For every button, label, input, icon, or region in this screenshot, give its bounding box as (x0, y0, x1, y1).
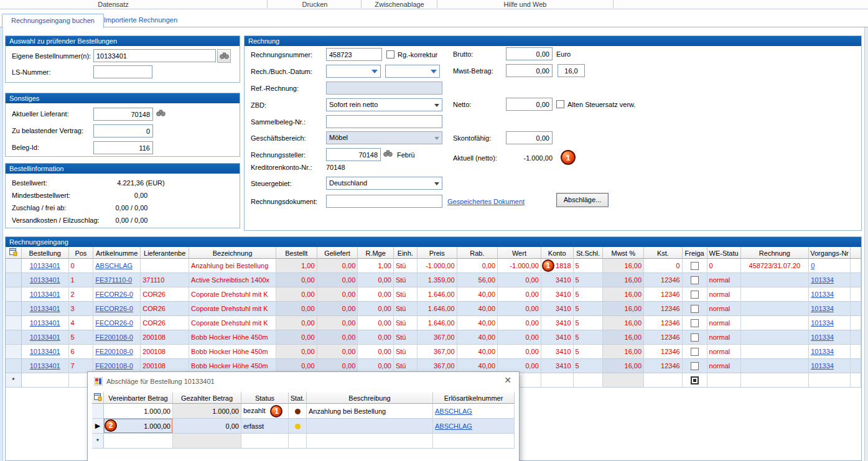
zbd-dropdown[interactable]: Sofort rein netto (326, 98, 442, 111)
column-header[interactable]: Bestellt (276, 247, 317, 259)
abschlaege-button[interactable]: Abschläge... (556, 193, 609, 207)
cell-link[interactable]: 101334 (811, 319, 834, 327)
cell-link[interactable]: 101334 (811, 348, 834, 355)
column-header[interactable]: Wert (498, 247, 541, 259)
column-header[interactable]: Bestellung (22, 247, 69, 259)
column-header[interactable]: Pos (69, 247, 94, 259)
row-selector[interactable] (6, 287, 22, 302)
column-header[interactable]: Stat. (289, 392, 307, 404)
cell-link[interactable]: 101334 (811, 362, 834, 370)
cell-link[interactable]: 101334 (811, 305, 834, 312)
vertrag-input[interactable] (93, 124, 153, 137)
cell-link[interactable]: 10133401 (30, 348, 60, 355)
ribbon-group-drucken[interactable]: Drucken (302, 1, 328, 8)
cell-link[interactable]: FE371110-0 (95, 276, 132, 284)
row-selector[interactable] (6, 273, 22, 287)
steuergebiet-dropdown[interactable]: Deutschland (326, 177, 442, 190)
column-header[interactable]: Einh. (394, 247, 418, 259)
freiga-checkbox[interactable] (691, 262, 699, 270)
column-header[interactable]: Konto (541, 247, 574, 259)
column-header[interactable]: Mwst % (603, 247, 644, 259)
row-selector[interactable] (6, 330, 22, 345)
cell-link[interactable]: FECOR26-0 (95, 305, 133, 312)
brutto-input[interactable] (506, 47, 553, 60)
cell-link[interactable]: 10133401 (30, 305, 60, 312)
freiga-checkbox[interactable] (691, 376, 699, 384)
netto-input[interactable] (506, 98, 553, 111)
rechnungssteller-input[interactable] (326, 148, 381, 161)
column-header[interactable]: Kst. (644, 247, 683, 259)
cell-link[interactable]: FE200108-0 (95, 362, 133, 370)
column-header[interactable]: Vorgangs-Nr (809, 247, 851, 259)
bestellnummer-input[interactable] (93, 49, 216, 62)
column-header[interactable]: Bezeichnung (189, 247, 276, 259)
column-header[interactable]: Rechnung (741, 247, 810, 259)
column-header[interactable]: Preis (418, 247, 457, 259)
rechnungsnummer-input[interactable] (326, 48, 382, 61)
ls-nummer-input[interactable] (93, 65, 152, 78)
cell-link[interactable]: FE200108-0 (95, 333, 133, 341)
skonto-input[interactable] (506, 131, 553, 144)
column-header[interactable]: Status (241, 392, 289, 404)
ribbon-group-datensatz[interactable]: Datensatz (98, 1, 129, 8)
column-header[interactable]: Lieferantenbe (141, 247, 189, 259)
row-selector[interactable]: * (92, 434, 104, 449)
rechnungssteller-search-button[interactable] (382, 149, 393, 161)
lieferant-search-button[interactable] (155, 109, 166, 120)
cell-link[interactable]: 10133401 (30, 362, 60, 370)
cell-link[interactable]: 10133401 (30, 319, 60, 327)
column-header[interactable]: Gezahlter Betrag (173, 392, 241, 404)
row-selector[interactable] (6, 359, 22, 373)
row-selector[interactable] (6, 345, 22, 359)
freiga-checkbox[interactable] (691, 291, 699, 299)
rechnungsdatum-dropdown[interactable] (326, 65, 381, 78)
column-header[interactable]: Vereinbarter Betrag (104, 392, 173, 404)
column-header[interactable]: Rab. (457, 247, 498, 259)
rechnungsdokument-input[interactable] (326, 195, 442, 208)
cell-link[interactable]: 101334 (811, 333, 834, 341)
cell-link[interactable]: ABSCHLAG (435, 422, 472, 430)
cell-link[interactable]: FE200108-0 (95, 348, 133, 355)
rg-korrektur-checkbox[interactable] (386, 50, 394, 58)
cell-link[interactable]: 101334 (811, 276, 834, 284)
freiga-checkbox[interactable] (691, 305, 699, 313)
freiga-checkbox[interactable] (691, 333, 699, 342)
column-header[interactable]: R.Mge (358, 247, 394, 259)
column-header[interactable]: Freiga (683, 247, 707, 259)
sammelbeleg-input[interactable] (326, 115, 442, 128)
freiga-checkbox[interactable] (691, 276, 699, 284)
cell-link[interactable]: 101334 (811, 291, 834, 298)
buchungsdatum-dropdown[interactable] (385, 65, 440, 78)
row-selector[interactable]: * (6, 373, 22, 388)
cell-link[interactable]: 10133401 (30, 333, 60, 341)
cell-link[interactable]: 10133401 (30, 291, 60, 298)
grid-corner-header[interactable] (92, 392, 104, 404)
row-selector[interactable]: ▶ (92, 419, 104, 434)
lieferant-input[interactable] (93, 108, 153, 121)
column-header[interactable]: Geliefert (317, 247, 358, 259)
freiga-checkbox[interactable] (691, 362, 699, 370)
cell-link[interactable]: 0 (811, 262, 814, 269)
ribbon-group-hilfe[interactable]: Hilfe und Web (504, 1, 547, 8)
dialog-titlebar[interactable]: Abschläge für Bestellung 10133401 ✕ (88, 372, 519, 391)
freiga-checkbox[interactable] (691, 348, 699, 356)
column-header[interactable]: Artikelnumme (93, 247, 141, 259)
alten-steuersatz-checkbox[interactable] (556, 100, 564, 108)
bestellnummer-search-button[interactable] (217, 49, 231, 63)
cell-link[interactable]: 10133401 (30, 262, 60, 269)
tab-importierte-rechnungen[interactable]: Importierte Rechnungen (95, 14, 186, 27)
cell-link[interactable]: ABSCHLAG (95, 262, 133, 269)
column-header[interactable]: Beschreibung (307, 392, 433, 404)
column-header[interactable] (851, 247, 861, 259)
mwst-input[interactable] (506, 64, 553, 77)
row-selector[interactable] (6, 259, 22, 273)
close-icon[interactable]: ✕ (504, 376, 511, 384)
column-header[interactable]: St.Schl. (574, 247, 604, 259)
row-selector[interactable] (6, 302, 22, 316)
freiga-checkbox[interactable] (691, 319, 699, 327)
tab-rechnungseingang-buchen[interactable]: Rechnungseingang buchen (2, 14, 104, 28)
beleg-id-input[interactable] (93, 141, 153, 154)
cell-link[interactable]: ABSCHLAG (435, 407, 472, 415)
column-header[interactable]: Erlösartikelnummer (433, 392, 515, 404)
column-header[interactable]: WE-Statu (707, 247, 741, 259)
